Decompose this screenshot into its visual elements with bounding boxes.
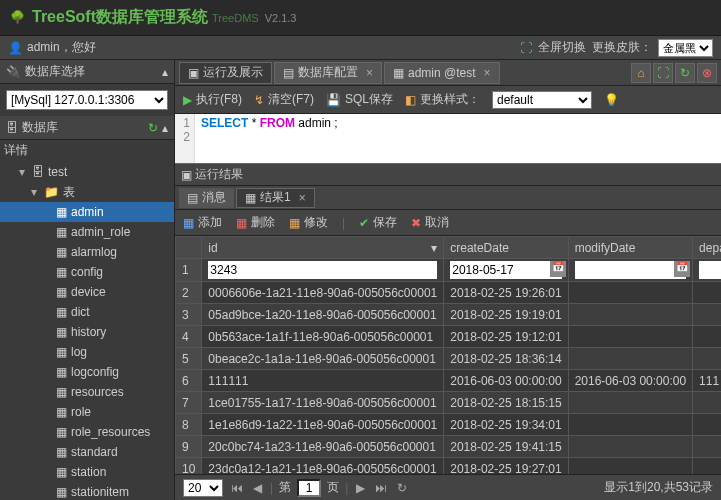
- page-input[interactable]: [297, 479, 321, 497]
- id-input[interactable]: [208, 261, 437, 279]
- cell-createdate[interactable]: 2018-02-25 18:36:14: [444, 348, 568, 370]
- cell-createdate[interactable]: 2018-02-25 19:12:01: [444, 326, 568, 348]
- date-input[interactable]: [450, 261, 561, 279]
- tree-toggle-icon[interactable]: ▾: [28, 185, 40, 199]
- close-all-icon[interactable]: ⊗: [697, 63, 717, 83]
- cancel-button[interactable]: ✖取消: [411, 214, 449, 231]
- fullscreen-icon[interactable]: ⛶: [520, 41, 532, 55]
- clear-button[interactable]: ↯清空(F7): [254, 91, 314, 108]
- cell-department[interactable]: 111: [693, 370, 721, 392]
- table-row[interactable]: 50beace2c-1a1a-11e8-90a6-005056c00001201…: [176, 348, 722, 370]
- cell-department[interactable]: [693, 392, 721, 414]
- cell-createdate[interactable]: 2018-02-25 19:19:01: [444, 304, 568, 326]
- cell-modifydate[interactable]: [568, 392, 692, 414]
- cell-createdate[interactable]: 2016-06-03 00:00:00: [444, 370, 568, 392]
- cell-id[interactable]: 23dc0a12-1a21-11e8-90a6-005056c00001: [202, 458, 444, 475]
- tree-item[interactable]: ▦resources: [0, 382, 174, 402]
- cell-createdate[interactable]: 2018-02-25 19:41:15: [444, 436, 568, 458]
- main-tab[interactable]: ▦admin @test×: [384, 62, 500, 84]
- table-row[interactable]: 305ad9bce-1a20-11e8-90a6-005056c00001201…: [176, 304, 722, 326]
- cell-createdate[interactable]: 2018-02-25 19:27:01: [444, 458, 568, 475]
- cell-modifydate[interactable]: [568, 414, 692, 436]
- fullscreen-label[interactable]: 全屏切换: [538, 39, 586, 56]
- collapse-icon[interactable]: ▴: [162, 121, 168, 135]
- result-grid-wrap[interactable]: id ▾createDatemodifyDatedepartmenteMailf…: [175, 236, 721, 474]
- collapse-icon[interactable]: ▴: [162, 65, 168, 79]
- cell-modifydate[interactable]: 2016-06-03 00:00:00: [568, 370, 692, 392]
- tab-result1[interactable]: ▦结果1×: [236, 188, 315, 208]
- cell-id[interactable]: 111111: [202, 370, 444, 392]
- tree-item[interactable]: ▦admin_role: [0, 222, 174, 242]
- table-row[interactable]: 1023dc0a12-1a21-11e8-90a6-005056c0000120…: [176, 458, 722, 475]
- calendar-icon[interactable]: 📅: [550, 261, 566, 277]
- first-page-icon[interactable]: ⏮: [229, 481, 245, 495]
- add-button[interactable]: ▦添加: [183, 214, 222, 231]
- tree-item[interactable]: ▾📁表: [0, 182, 174, 202]
- cell-id[interactable]: 0beace2c-1a1a-11e8-90a6-005056c00001: [202, 348, 444, 370]
- cell-modifydate[interactable]: [568, 304, 692, 326]
- cell-id[interactable]: 05ad9bce-1a20-11e8-90a6-005056c00001: [202, 304, 444, 326]
- close-icon[interactable]: ×: [299, 191, 306, 205]
- tree-item[interactable]: ▦role: [0, 402, 174, 422]
- cell-department[interactable]: [693, 282, 721, 304]
- table-row[interactable]: 71ce01755-1a17-11e8-90a6-005056c00001201…: [176, 392, 722, 414]
- main-tab[interactable]: ▤数据库配置×: [274, 62, 382, 84]
- column-header[interactable]: id ▾: [202, 237, 444, 259]
- column-header[interactable]: createDate: [444, 237, 568, 259]
- tree-item[interactable]: ▦station: [0, 462, 174, 482]
- cell-createdate[interactable]: 2018-02-25 19:26:01: [444, 282, 568, 304]
- tree-item[interactable]: ▦dict: [0, 302, 174, 322]
- skin-select[interactable]: 金属黑: [658, 39, 713, 57]
- sql-text[interactable]: SELECT * FROM admin ;: [195, 114, 344, 163]
- close-icon[interactable]: ×: [484, 66, 491, 80]
- tree-toggle-icon[interactable]: ▾: [16, 165, 28, 179]
- date-input[interactable]: [575, 261, 686, 279]
- table-row[interactable]: 81e1e86d9-1a22-11e8-90a6-005056c00001201…: [176, 414, 722, 436]
- main-tab[interactable]: ▣运行及展示: [179, 62, 272, 84]
- table-row[interactable]: 920c0bc74-1a23-11e8-90a6-005056c00001201…: [176, 436, 722, 458]
- tree-item[interactable]: ▦admin: [0, 202, 174, 222]
- cell-createdate[interactable]: 2018-02-25 19:34:01: [444, 414, 568, 436]
- cell-department[interactable]: [693, 414, 721, 436]
- tree-item[interactable]: ▾🗄test: [0, 162, 174, 182]
- sql-editor[interactable]: 12 SELECT * FROM admin ;: [175, 114, 721, 164]
- refresh-icon[interactable]: ↻: [148, 121, 158, 135]
- tree-item[interactable]: ▦device: [0, 282, 174, 302]
- cell-id[interactable]: 0006606e-1a21-11e8-90a6-005056c00001: [202, 282, 444, 304]
- tree-item[interactable]: ▦standard: [0, 442, 174, 462]
- home-icon[interactable]: ⌂: [631, 63, 651, 83]
- cell-id[interactable]: 0b563ace-1a1f-11e8-90a6-005056c00001: [202, 326, 444, 348]
- calendar-icon[interactable]: 📅: [674, 261, 690, 277]
- expand-icon[interactable]: ⛶: [653, 63, 673, 83]
- column-header[interactable]: modifyDate: [568, 237, 692, 259]
- tree-item[interactable]: ▦stationitem: [0, 482, 174, 500]
- run-button[interactable]: ▶执行(F8): [183, 91, 242, 108]
- cell-department[interactable]: [693, 458, 721, 475]
- cell-department[interactable]: [693, 348, 721, 370]
- bulb-icon[interactable]: 💡: [604, 93, 619, 107]
- next-page-icon[interactable]: ▶: [354, 481, 367, 495]
- tree-item[interactable]: ▦role_resources: [0, 422, 174, 442]
- cell-department[interactable]: [693, 436, 721, 458]
- cell-input[interactable]: [699, 261, 721, 279]
- cell-id[interactable]: 1e1e86d9-1a22-11e8-90a6-005056c00001: [202, 414, 444, 436]
- style-select[interactable]: default: [492, 91, 592, 109]
- page-size-select[interactable]: 20: [183, 479, 223, 497]
- last-page-icon[interactable]: ⏭: [373, 481, 389, 495]
- cell-id[interactable]: 1ce01755-1a17-11e8-90a6-005056c00001: [202, 392, 444, 414]
- cell-modifydate[interactable]: [568, 436, 692, 458]
- cell-modifydate[interactable]: [568, 326, 692, 348]
- refresh-tab-icon[interactable]: ↻: [675, 63, 695, 83]
- prev-page-icon[interactable]: ◀: [251, 481, 264, 495]
- save-button[interactable]: ✔保存: [359, 214, 397, 231]
- column-header[interactable]: department: [693, 237, 721, 259]
- cell-createdate[interactable]: 2018-02-25 18:15:15: [444, 392, 568, 414]
- cell-id[interactable]: 20c0bc74-1a23-11e8-90a6-005056c00001: [202, 436, 444, 458]
- table-row[interactable]: 40b563ace-1a1f-11e8-90a6-005056c00001201…: [176, 326, 722, 348]
- close-icon[interactable]: ×: [366, 66, 373, 80]
- cell-department[interactable]: [693, 304, 721, 326]
- cell-modifydate[interactable]: [568, 458, 692, 475]
- cell-modifydate[interactable]: [568, 282, 692, 304]
- table-row[interactable]: 61111112016-06-03 00:00:002016-06-03 00:…: [176, 370, 722, 392]
- table-row[interactable]: 20006606e-1a21-11e8-90a6-005056c00001201…: [176, 282, 722, 304]
